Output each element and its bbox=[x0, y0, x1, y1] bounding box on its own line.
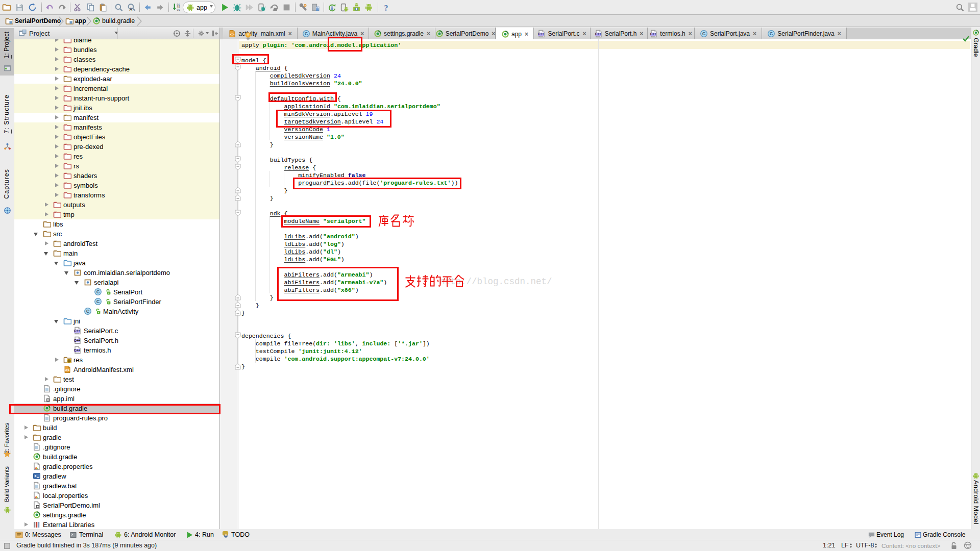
svg-text:01: 01 bbox=[177, 9, 180, 11]
svg-text:A: A bbox=[129, 7, 132, 12]
svg-text:?: ? bbox=[384, 4, 388, 12]
